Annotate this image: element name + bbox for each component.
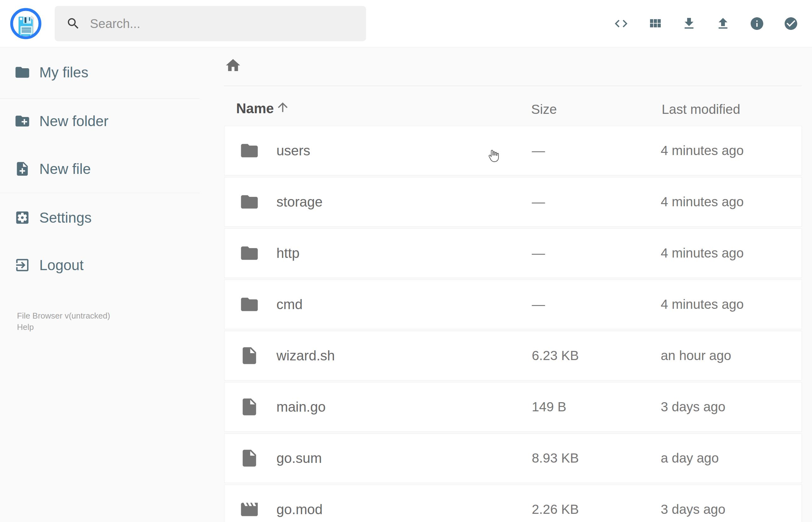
file-row-go-mod[interactable]: go.mod 2.26 KB 3 days ago: [224, 485, 802, 522]
logout-icon: [14, 257, 31, 273]
file-icon: [239, 448, 260, 468]
sidebar-divider: [0, 193, 199, 193]
top-bar: Search...: [0, 0, 812, 47]
sidebar-item-settings[interactable]: Settings: [0, 197, 199, 238]
help-link[interactable]: Help: [17, 321, 110, 333]
folder-icon: [239, 243, 260, 263]
file-name: main.go: [277, 399, 326, 415]
file-modified: 3 days ago: [661, 502, 726, 517]
settings-icon: [14, 209, 31, 226]
info-button[interactable]: [749, 16, 765, 31]
file-row-storage[interactable]: storage — 4 minutes ago: [224, 177, 802, 227]
file-size: 6.23 KB: [532, 348, 578, 363]
file-modified: 4 minutes ago: [661, 194, 744, 209]
file-size: 149 B: [532, 399, 566, 415]
folder-icon: [239, 192, 260, 212]
new-folder-icon: [14, 113, 31, 129]
breadcrumb-home-button[interactable]: [225, 57, 242, 74]
sidebar-item-label: Logout: [39, 257, 84, 274]
file-modified: 4 minutes ago: [661, 143, 744, 158]
file-row-http[interactable]: http — 4 minutes ago: [224, 228, 802, 278]
file-size: —: [532, 297, 545, 312]
search-input[interactable]: Search...: [55, 6, 366, 41]
search-placeholder: Search...: [90, 17, 140, 31]
file-icon: [239, 346, 260, 366]
select-multiple-button[interactable]: [784, 16, 798, 31]
grid-icon: [648, 16, 663, 31]
search-icon: [66, 16, 81, 31]
file-icon: [239, 397, 260, 417]
file-name: cmd: [277, 297, 303, 312]
file-name: go.mod: [277, 502, 323, 517]
file-name: wizard.sh: [277, 348, 335, 363]
info-icon: [749, 16, 765, 31]
breadcrumb-divider: [224, 85, 802, 86]
file-name: go.sum: [277, 450, 322, 466]
folder-icon: [239, 294, 260, 315]
file-row-wizard-sh[interactable]: wizard.sh 6.23 KB an hour ago: [224, 331, 802, 381]
file-modified: 4 minutes ago: [661, 246, 744, 261]
file-size: —: [532, 143, 545, 158]
toolbar-actions: [613, 0, 798, 47]
movie-icon: [239, 499, 260, 520]
file-name: http: [277, 245, 299, 261]
file-modified: 3 days ago: [661, 399, 726, 415]
sidebar-item-label: New file: [39, 160, 91, 177]
file-name: storage: [277, 194, 323, 210]
sidebar-item-new-file[interactable]: New file: [0, 148, 199, 189]
new-file-icon: [14, 161, 31, 177]
upload-button[interactable]: [715, 16, 731, 31]
filebrowser-logo-icon[interactable]: [9, 7, 42, 40]
file-size: 2.26 KB: [532, 502, 578, 517]
upload-icon: [715, 16, 731, 31]
raw-view-button: [613, 16, 629, 31]
check-circle-icon: [784, 16, 798, 31]
home-icon: [225, 57, 242, 74]
switch-view-button[interactable]: [648, 16, 663, 31]
file-listing: users — 4 minutes ago storage — 4 minute…: [224, 126, 802, 522]
sidebar-item-logout[interactable]: Logout: [0, 245, 199, 285]
sidebar-item-my-files[interactable]: My files: [0, 52, 199, 93]
download-icon: [682, 16, 696, 31]
download-button[interactable]: [682, 16, 696, 31]
file-modified: 4 minutes ago: [661, 297, 744, 312]
folder-icon: [14, 64, 31, 80]
sort-ascending-icon: [276, 100, 290, 115]
file-size: —: [532, 194, 545, 209]
folder-icon: [239, 141, 260, 161]
sidebar-footer: File Browser v(untracked) Help: [17, 310, 110, 333]
file-name: users: [277, 143, 310, 159]
file-row-users[interactable]: users — 4 minutes ago: [224, 126, 802, 176]
file-modified: an hour ago: [661, 348, 731, 363]
column-header-size[interactable]: Size: [531, 102, 557, 117]
app-version: File Browser v(untracked): [17, 310, 110, 321]
column-header-name[interactable]: Name: [236, 101, 274, 116]
sidebar-item-label: Settings: [39, 209, 92, 226]
file-modified: a day ago: [661, 450, 719, 466]
file-row-main-go[interactable]: main.go 149 B 3 days ago: [224, 382, 802, 432]
file-size: 8.93 KB: [532, 450, 578, 466]
file-row-cmd[interactable]: cmd — 4 minutes ago: [224, 280, 802, 329]
file-row-go-sum[interactable]: go.sum 8.93 KB a day ago: [224, 433, 802, 483]
sidebar-item-new-folder[interactable]: New folder: [0, 101, 199, 141]
column-header-modified[interactable]: Last modified: [662, 102, 740, 117]
sidebar-divider: [0, 98, 199, 99]
sidebar-item-label: New folder: [39, 113, 108, 129]
file-size: —: [532, 246, 545, 261]
sidebar-item-label: My files: [39, 64, 88, 81]
code-icon: [613, 16, 629, 31]
